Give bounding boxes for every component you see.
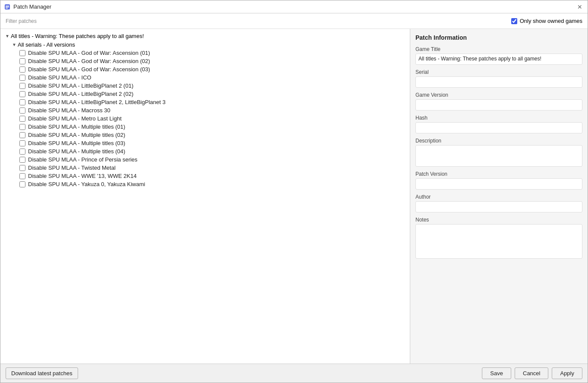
patch-list-scroll[interactable]: ▼ All titles - Warning: These patches ap…	[0, 29, 410, 364]
notes-value	[415, 224, 582, 259]
patch-checkbox[interactable]	[19, 132, 25, 138]
hash-value	[415, 122, 582, 133]
patch-checkbox[interactable]	[19, 83, 25, 89]
close-button[interactable]: ✕	[575, 3, 584, 11]
main-body: ▼ All titles - Warning: These patches ap…	[0, 29, 588, 364]
serial-label: Serial	[415, 69, 582, 75]
hash-field: Hash	[415, 115, 582, 133]
list-item[interactable]: Disable SPU MLAA - LittleBigPlanet 2 (02…	[0, 90, 410, 98]
patch-checkbox[interactable]	[19, 66, 25, 73]
list-item[interactable]: Disable SPU MLAA - Twisted Metal	[0, 164, 410, 172]
owned-games-label: Only show owned games	[520, 18, 582, 24]
author-field: Author	[415, 194, 582, 212]
patch-checkbox[interactable]	[19, 140, 25, 146]
notes-field: Notes	[415, 217, 582, 259]
content-area: Filter patches Only show owned games ▼ A…	[0, 13, 588, 364]
patch-checkbox[interactable]	[19, 149, 25, 155]
list-item[interactable]: Disable SPU MLAA - Multiple titles (02)	[0, 131, 410, 139]
game-version-label: Game Version	[415, 92, 582, 98]
patch-checkbox[interactable]	[19, 75, 25, 81]
description-label: Description	[415, 138, 582, 144]
list-item[interactable]: Disable SPU MLAA - Yakuza 0, Yakuza Kiwa…	[0, 180, 410, 188]
patch-checkbox[interactable]	[19, 157, 25, 163]
patch-version-field: Patch Version	[415, 171, 582, 190]
list-item[interactable]: Disable SPU MLAA - WWE '13, WWE 2K14	[0, 172, 410, 180]
description-value	[415, 145, 582, 167]
list-item[interactable]: Disable SPU MLAA - Multiple titles (04)	[0, 147, 410, 155]
app-icon	[4, 3, 11, 10]
patch-checkbox[interactable]	[19, 108, 25, 114]
game-title-label: Game Title	[415, 46, 582, 52]
list-item[interactable]: Disable SPU MLAA - Metro Last Light	[0, 114, 410, 123]
patch-label: Disable SPU MLAA - Metro Last Light	[28, 115, 122, 122]
list-item[interactable]: Disable SPU MLAA - God of War: Ascension…	[0, 49, 410, 57]
list-item[interactable]: Disable SPU MLAA - Multiple titles (01)	[0, 123, 410, 131]
description-field: Description	[415, 138, 582, 167]
tree-root-item[interactable]: ▼ All titles - Warning: These patches ap…	[0, 32, 410, 40]
list-item[interactable]: Disable SPU MLAA - Multiple titles (03)	[0, 139, 410, 147]
patch-label: Disable SPU MLAA - Multiple titles (02)	[28, 132, 125, 138]
patch-checkbox[interactable]	[19, 173, 25, 179]
patch-label: Disable SPU MLAA - WWE '13, WWE 2K14	[28, 173, 137, 179]
game-version-field: Game Version	[415, 92, 582, 111]
list-item[interactable]: Disable SPU MLAA - Prince of Persia seri…	[0, 155, 410, 164]
patch-version-value	[415, 178, 582, 190]
list-item[interactable]: Disable SPU MLAA - LittleBigPlanet 2, Li…	[0, 98, 410, 106]
author-label: Author	[415, 194, 582, 200]
tree-group-item[interactable]: ▼ All serials - All versions	[0, 40, 410, 49]
group-toggle-icon: ▼	[11, 41, 18, 48]
patch-checkbox[interactable]	[19, 181, 25, 187]
patch-checkbox[interactable]	[19, 91, 25, 97]
patch-label: Disable SPU MLAA - Multiple titles (04)	[28, 148, 125, 155]
patch-label: Disable SPU MLAA - LittleBigPlanet 2 (02…	[28, 91, 133, 97]
root-item-label: All titles - Warning: These patches appl…	[11, 33, 144, 39]
serial-value	[415, 76, 582, 88]
list-item[interactable]: Disable SPU MLAA - Macross 30	[0, 106, 410, 114]
only-owned-games-checkbox[interactable]: Only show owned games	[511, 18, 582, 24]
patch-checkbox[interactable]	[19, 50, 25, 56]
patch-label: Disable SPU MLAA - LittleBigPlanet 2, Li…	[28, 99, 166, 105]
game-title-value: All titles - Warning: These patches appl…	[415, 54, 582, 65]
svg-rect-2	[6, 6, 9, 7]
patch-list-panel: ▼ All titles - Warning: These patches ap…	[0, 29, 410, 364]
patch-label: Disable SPU MLAA - Twisted Metal	[28, 165, 116, 171]
game-title-field: Game Title All titles - Warning: These p…	[415, 46, 582, 65]
title-bar-left: Patch Manager	[4, 3, 51, 10]
info-panel-title: Patch Information	[415, 34, 582, 41]
filter-bar: Filter patches Only show owned games	[0, 13, 588, 29]
group-item-label: All serials - All versions	[18, 41, 75, 48]
patch-label: Disable SPU MLAA - Prince of Persia seri…	[28, 156, 138, 163]
patch-label: Disable SPU MLAA - God of War: Ascension…	[28, 58, 150, 64]
patch-checkbox[interactable]	[19, 165, 25, 171]
list-item[interactable]: Disable SPU MLAA - God of War: Ascension…	[0, 65, 410, 73]
patch-label: Disable SPU MLAA - God of War: Ascension…	[28, 66, 150, 73]
patch-checkbox[interactable]	[19, 124, 25, 130]
patch-label: Disable SPU MLAA - ICO	[28, 74, 91, 81]
patch-label: Disable SPU MLAA - God of War: Ascension…	[28, 50, 150, 56]
info-panel: Patch Information Game Title All titles …	[410, 29, 588, 364]
serial-field: Serial	[415, 69, 582, 88]
filter-label: Filter patches	[6, 18, 37, 24]
patch-checkbox[interactable]	[19, 58, 25, 64]
patch-label: Disable SPU MLAA - Macross 30	[28, 107, 110, 114]
bottom-right: Save Cancel Apply	[482, 367, 582, 379]
notes-label: Notes	[415, 217, 582, 223]
patch-label: Disable SPU MLAA - LittleBigPlanet 2 (01…	[28, 82, 133, 89]
patch-manager-window: Patch Manager ✕ Filter patches Only show…	[0, 0, 588, 383]
list-item[interactable]: Disable SPU MLAA - God of War: Ascension…	[0, 57, 410, 65]
owned-games-input[interactable]	[511, 18, 517, 24]
patch-label: Disable SPU MLAA - Multiple titles (01)	[28, 123, 125, 130]
cancel-button[interactable]: Cancel	[515, 367, 548, 379]
patch-checkbox[interactable]	[19, 99, 25, 105]
game-version-value	[415, 99, 582, 111]
save-button[interactable]: Save	[482, 367, 511, 379]
list-item[interactable]: Disable SPU MLAA - ICO	[0, 73, 410, 82]
list-item[interactable]: Disable SPU MLAA - LittleBigPlanet 2 (01…	[0, 82, 410, 90]
patch-label: Disable SPU MLAA - Multiple titles (03)	[28, 140, 125, 146]
title-bar: Patch Manager ✕	[0, 0, 588, 13]
svg-rect-1	[6, 6, 9, 6]
apply-button[interactable]: Apply	[552, 367, 582, 379]
patch-checkbox[interactable]	[19, 116, 25, 122]
bottom-bar: Download latest patches Save Cancel Appl…	[0, 364, 588, 383]
download-latest-patches-button[interactable]: Download latest patches	[6, 367, 78, 379]
